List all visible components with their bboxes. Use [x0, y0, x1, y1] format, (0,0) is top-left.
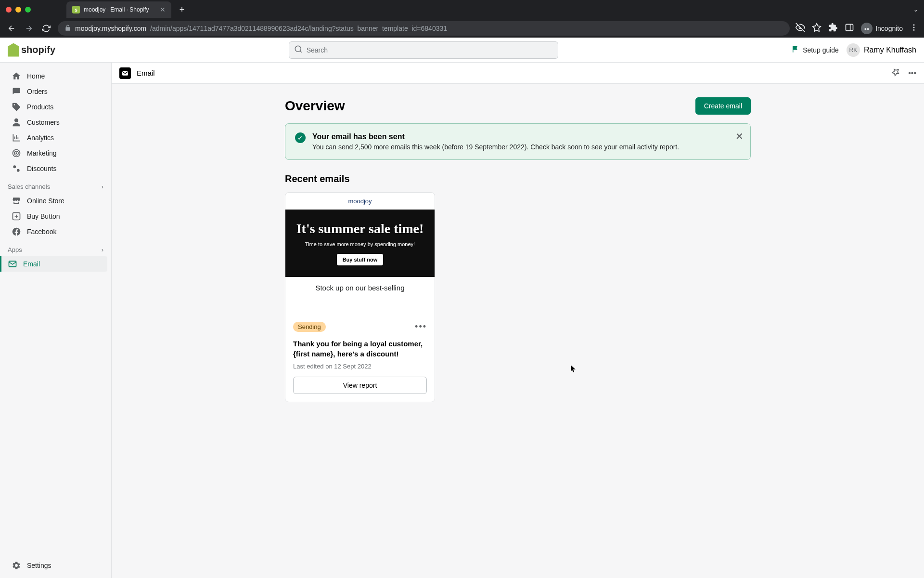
setup-guide-label: Setup guide — [803, 46, 839, 54]
close-tab-icon[interactable]: ✕ — [160, 6, 166, 13]
banner-text: You can send 2,500 more emails this week… — [312, 143, 679, 151]
svg-point-2 — [865, 28, 867, 30]
svg-point-6 — [913, 29, 915, 31]
recent-emails-title: Recent emails — [285, 173, 751, 184]
search-input[interactable]: Search — [289, 41, 558, 59]
svg-point-5 — [913, 27, 915, 28]
page-app-name: Email — [137, 69, 155, 77]
preview-brand: moodjoy — [285, 193, 435, 210]
orders-icon — [12, 87, 21, 96]
email-card[interactable]: moodjoy It's summer sale time! Time to s… — [285, 192, 435, 402]
preview-headline: It's summer sale time! — [293, 221, 427, 236]
url-bar: moodjoy.myshopify.com/admin/apps/14711ad… — [0, 19, 924, 38]
forward-button[interactable] — [23, 23, 35, 34]
tab-list-dropdown-icon[interactable]: ⌄ — [913, 6, 918, 13]
search-placeholder: Search — [307, 46, 328, 54]
page-header: Email ••• — [112, 63, 924, 84]
sidebar-item-facebook[interactable]: Facebook — [4, 224, 107, 239]
sidebar-item-label: Marketing — [27, 149, 56, 157]
svg-point-4 — [913, 24, 915, 26]
tab-title: moodjoy · Email · Shopify — [84, 6, 149, 13]
preview-subhead: Time to save more money by spending mone… — [293, 241, 427, 247]
incognito-label: Incognito — [875, 25, 903, 32]
setup-guide-link[interactable]: Setup guide — [791, 45, 839, 55]
sidebar-item-home[interactable]: Home — [4, 68, 107, 84]
star-icon[interactable] — [812, 23, 821, 34]
svg-rect-0 — [846, 24, 853, 30]
store-icon — [12, 196, 21, 206]
reload-button[interactable] — [40, 23, 52, 34]
menu-icon[interactable] — [910, 23, 918, 34]
main: Email ••• Overview Create email ✓ Your e… — [112, 63, 924, 578]
preview-cta-button: Buy stuff now — [337, 254, 384, 265]
sales-channels-header[interactable]: Sales channels › — [0, 176, 111, 193]
browser-chrome: s moodjoy · Email · Shopify ✕ + ⌄ moodjo… — [0, 0, 924, 38]
chevron-right-icon: › — [102, 246, 103, 253]
user-menu[interactable]: RK Ramy Khuffash — [847, 43, 916, 57]
sidebar-item-label: Orders — [27, 88, 48, 95]
chevron-right-icon: › — [102, 183, 103, 190]
extensions-icon[interactable] — [828, 23, 838, 34]
card-more-icon[interactable]: ••• — [415, 322, 427, 332]
search-icon — [294, 45, 303, 55]
sidebar-item-label: Discounts — [27, 165, 56, 172]
incognito-badge[interactable]: Incognito — [861, 23, 903, 34]
sidebar-item-label: Email — [23, 260, 40, 268]
overview-title: Overview — [285, 98, 345, 114]
check-circle-icon: ✓ — [295, 132, 306, 143]
email-preview: moodjoy It's summer sale time! Time to s… — [285, 193, 435, 314]
sidebar-item-label: Settings — [27, 562, 51, 569]
user-name: Ramy Khuffash — [864, 46, 916, 54]
minimize-window-button[interactable] — [15, 7, 21, 13]
home-icon — [12, 71, 21, 81]
sidebar-item-label: Facebook — [27, 228, 56, 236]
url-bar-actions: Incognito — [796, 23, 918, 34]
tab-bar: s moodjoy · Email · Shopify ✕ + ⌄ — [0, 0, 924, 19]
percent-icon — [12, 164, 21, 173]
sidebar-item-products[interactable]: Products — [4, 99, 107, 115]
panel-icon[interactable] — [845, 23, 854, 34]
url-path: /admin/apps/14711ad7477a3d0211488990623a… — [150, 25, 447, 32]
maximize-window-button[interactable] — [25, 7, 31, 13]
close-window-button[interactable] — [6, 7, 12, 13]
svg-point-10 — [16, 153, 17, 154]
gear-icon — [12, 561, 21, 570]
sidebar-item-label: Home — [27, 72, 45, 80]
sidebar-item-label: Products — [27, 103, 53, 111]
browser-tab[interactable]: s moodjoy · Email · Shopify ✕ — [66, 1, 171, 18]
close-icon[interactable]: ✕ — [735, 131, 744, 142]
svg-point-7 — [295, 46, 301, 52]
email-subject: Thank you for being a loyal customer, {f… — [293, 339, 427, 359]
success-banner: ✓ Your email has been sent You can send … — [285, 123, 751, 160]
new-tab-button[interactable]: + — [175, 3, 189, 16]
logo-text: shopify — [21, 44, 55, 55]
sidebar: Home Orders Products Customers Analytics… — [0, 63, 112, 578]
status-badge: Sending — [293, 322, 326, 332]
more-icon[interactable]: ••• — [908, 69, 916, 78]
topbar: shopify Search Setup guide RK Ramy Khuff… — [0, 38, 924, 63]
incognito-icon — [861, 23, 873, 34]
sidebar-item-buy-button[interactable]: Buy Button — [4, 209, 107, 224]
preview-tagline: Stock up on our best-selling — [285, 277, 435, 292]
tag-icon — [12, 102, 21, 112]
apps-header[interactable]: Apps › — [0, 239, 111, 256]
email-icon — [8, 259, 17, 269]
back-button[interactable] — [6, 23, 17, 34]
shopify-logo[interactable]: shopify — [8, 43, 55, 57]
url-field[interactable]: moodjoy.myshopify.com/admin/apps/14711ad… — [58, 21, 790, 36]
sidebar-item-online-store[interactable]: Online Store — [4, 193, 107, 209]
sidebar-item-customers[interactable]: Customers — [4, 115, 107, 130]
sidebar-item-analytics[interactable]: Analytics — [4, 130, 107, 145]
create-email-button[interactable]: Create email — [695, 97, 751, 115]
pin-icon[interactable] — [891, 67, 900, 79]
sidebar-item-orders[interactable]: Orders — [4, 84, 107, 99]
sidebar-item-settings[interactable]: Settings — [4, 558, 107, 573]
view-report-button[interactable]: View report — [293, 377, 427, 394]
sidebar-item-label: Customers — [27, 118, 60, 126]
sidebar-item-email[interactable]: Email — [0, 256, 107, 272]
analytics-icon — [12, 133, 21, 143]
eye-off-icon[interactable] — [796, 23, 805, 34]
url-host: moodjoy.myshopify.com — [75, 25, 146, 32]
sidebar-item-marketing[interactable]: Marketing — [4, 145, 107, 161]
sidebar-item-discounts[interactable]: Discounts — [4, 161, 107, 176]
